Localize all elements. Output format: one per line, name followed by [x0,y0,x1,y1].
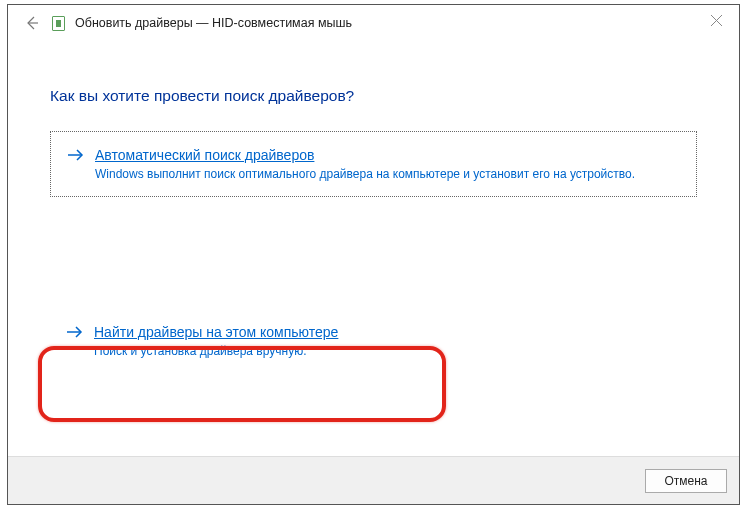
option-title: Автоматический поиск драйверов [95,146,635,164]
window-title: Обновить драйверы — HID-совместимая мышь [75,16,352,30]
content-area: Как вы хотите провести поиск драйверов? … [8,41,739,456]
option-desc: Поиск и установка драйвера вручную. [94,343,338,359]
close-button[interactable] [693,5,739,35]
option-auto-search[interactable]: Автоматический поиск драйверов Windows в… [50,131,697,197]
option-desc: Windows выполнит поиск оптимального драй… [95,166,635,182]
back-icon[interactable] [22,13,42,33]
option-text: Найти драйверы на этом компьютере Поиск … [94,323,338,359]
arrow-right-icon [67,147,85,165]
option-title: Найти драйверы на этом компьютере [94,323,338,341]
update-driver-dialog: Обновить драйверы — HID-совместимая мышь… [7,4,740,505]
cancel-button[interactable]: Отмена [645,469,727,493]
option-browse-computer[interactable]: Найти драйверы на этом компьютере Поиск … [50,309,697,373]
titlebar: Обновить драйверы — HID-совместимая мышь [8,5,739,41]
arrow-right-icon [66,324,84,342]
page-heading: Как вы хотите провести поиск драйверов? [50,87,697,105]
option-text: Автоматический поиск драйверов Windows в… [95,146,635,182]
footer: Отмена [8,456,739,504]
device-icon [52,16,65,31]
